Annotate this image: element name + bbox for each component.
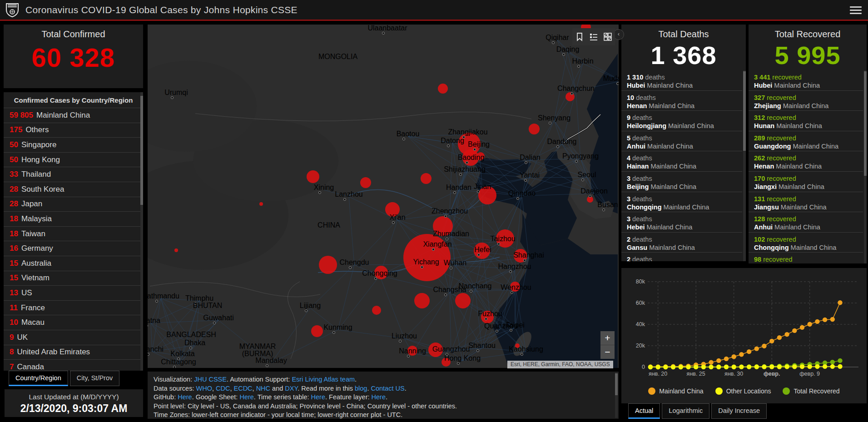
footer-link[interactable]: Here <box>372 393 386 401</box>
deaths-list-scrollbar[interactable] <box>743 70 746 261</box>
map-toolbar <box>572 28 615 45</box>
data-point <box>769 364 774 369</box>
list-item[interactable]: 312 recovered Hunan Mainland China <box>749 111 863 131</box>
map-label: Baoding <box>458 154 485 161</box>
list-item[interactable]: 170 recovered Jiangxi Mainland China <box>749 172 863 192</box>
data-point <box>747 349 751 354</box>
confirmed-row[interactable]: 50 Hong Kong <box>4 152 143 167</box>
map-label: Chittagong <box>161 358 196 366</box>
footer-link[interactable]: blog <box>355 385 367 392</box>
list-item[interactable]: 3 441 recovered Hubei Mainland China <box>749 70 863 91</box>
data-point <box>671 365 675 369</box>
list-item[interactable]: 9 deaths Heilongjiang Mainland China <box>621 111 742 131</box>
map-label: Shijiazhuang <box>444 165 486 173</box>
legend-item[interactable]: Other Locations <box>715 387 771 395</box>
footer-link[interactable]: NHC <box>256 385 270 392</box>
map-zoom-out-button[interactable]: − <box>600 345 615 359</box>
bookmark-icon[interactable] <box>574 31 585 42</box>
confirmed-row[interactable]: 10 Macau <box>4 315 143 330</box>
confirmed-row[interactable]: 28 South Korea <box>4 182 143 197</box>
confirmed-row[interactable]: 15 Australia <box>4 256 143 271</box>
map[interactable]: UlaanbaatarMONGOLIAUrumqiQiqiharDaqingHa… <box>148 25 619 368</box>
legend-icon[interactable] <box>588 31 599 42</box>
legend-item[interactable]: Total Recovered <box>783 387 839 395</box>
list-item[interactable]: 3 deaths Chongqing Mainland China <box>621 192 742 213</box>
svg-text:янв. 25: янв. 25 <box>687 371 705 377</box>
chart-tab-logarithmic[interactable]: Logarithmic <box>662 403 709 419</box>
list-item[interactable]: 5 deaths Anhui Mainland China <box>621 131 742 152</box>
list-item[interactable]: 128 recovered Anhui Mainland China <box>749 212 863 233</box>
confirmed-row[interactable]: 15 Vietnam <box>4 271 143 286</box>
data-point <box>792 328 797 333</box>
data-point <box>830 317 835 322</box>
chart-tab-actual[interactable]: Actual <box>628 403 660 419</box>
case-bubble <box>414 293 430 308</box>
confirmed-row[interactable]: 175 Others <box>4 123 143 138</box>
list-item[interactable]: 2 deaths <box>621 253 742 261</box>
footer-link[interactable]: WHO <box>196 385 212 392</box>
list-item[interactable]: 10 deaths Henan Mainland China <box>621 91 742 111</box>
data-point <box>815 319 819 324</box>
footer-link[interactable]: DXY <box>285 385 298 392</box>
map-zoom-in-button[interactable]: + <box>600 331 615 345</box>
legend-item[interactable]: Mainland China <box>648 387 703 395</box>
map-label: Taipei <box>506 321 525 329</box>
list-item[interactable]: 4 deaths Hainan Mainland China <box>621 151 742 172</box>
confirmed-row[interactable]: 50 Singapore <box>4 137 143 152</box>
list-item[interactable]: 98 recovered <box>749 253 863 263</box>
confirmed-row[interactable]: 8 United Arab Emirates <box>4 345 143 360</box>
footer-link[interactable]: Here <box>178 393 192 401</box>
list-item[interactable]: 262 recovered Henan Mainland China <box>749 151 863 172</box>
confirmed-row[interactable]: 9 UK <box>4 330 143 345</box>
list-item[interactable]: 289 recovered Guangdong Mainland China <box>749 131 863 152</box>
footer-link[interactable]: Esri Living Atlas team <box>292 376 355 383</box>
map-label: Xiangfan <box>423 240 451 248</box>
confirmed-row[interactable]: 16 Germany <box>4 241 143 256</box>
case-bubble <box>311 325 323 337</box>
list-item[interactable]: 2 deaths Gansu Mainland China <box>621 233 742 253</box>
confirmed-list: 59 805 Mainland China 175 Others 50 Sing… <box>4 108 143 371</box>
footer-scrollbar[interactable] <box>615 372 618 418</box>
list-item[interactable]: 3 deaths Hebei Mainland China <box>621 212 742 233</box>
footer-link[interactable]: CDC <box>216 385 230 392</box>
map-label: Qingdao <box>508 189 536 197</box>
footer-link[interactable]: Here <box>311 393 325 401</box>
hamburger-menu-icon[interactable] <box>850 5 862 15</box>
region-tabs: Country/RegionCity, St/Prov <box>9 371 119 386</box>
confirmed-row[interactable]: 7 Canada <box>4 359 143 371</box>
map-label: Xining <box>314 184 334 191</box>
total-recovered-panel: Total Recovered 5 995 3 441 recovered Hu… <box>749 25 867 263</box>
list-item[interactable]: 102 recovered Chongqing Mainland China <box>749 233 863 253</box>
map-label: CHINA <box>317 221 340 229</box>
map-label: Pyongyang <box>562 152 599 160</box>
last-updated-value: 2/13/2020, 9:03:07 AM <box>5 402 143 415</box>
header: Coronavirus COVID-19 Global Cases by Joh… <box>0 0 868 21</box>
confirmed-row[interactable]: 33 Thailand <box>4 167 143 182</box>
confirmed-list-scrollbar[interactable] <box>140 92 143 371</box>
case-bubble <box>319 256 337 274</box>
confirmed-row[interactable]: 59 805 Mainland China <box>4 108 143 123</box>
confirmed-row[interactable]: 18 Malaysia <box>4 211 143 226</box>
data-point <box>701 365 706 369</box>
footer-link[interactable]: JHU CSSE <box>194 376 227 383</box>
footer-link[interactable]: Contact US <box>371 385 404 392</box>
data-point <box>754 364 759 369</box>
recovered-list-scrollbar[interactable] <box>864 70 867 263</box>
map-label: BANGLADESH <box>166 331 216 338</box>
map-label: Guangzhou <box>432 345 470 353</box>
confirmed-row[interactable]: 11 France <box>4 300 143 315</box>
map-label: Hangzhou <box>498 263 531 270</box>
footer-link[interactable]: ECDC <box>233 385 252 392</box>
confirmed-row[interactable]: 28 Japan <box>4 197 143 212</box>
list-item[interactable]: 1 310 deaths Hubei Mainland China <box>621 70 742 91</box>
confirmed-row[interactable]: 13 US <box>4 285 143 300</box>
basemap-icon[interactable] <box>602 31 613 42</box>
list-item[interactable]: 327 recovered Zhejiang Mainland China <box>749 91 863 111</box>
chart-tab-daily-increase[interactable]: Daily Increase <box>711 403 767 419</box>
list-item[interactable]: 131 recovered Jiangsu Mainland China <box>749 192 863 213</box>
tab-city-st-prov[interactable]: City, St/Prov <box>70 371 120 386</box>
list-item[interactable]: 3 deaths Beijing Mainland China <box>621 172 742 192</box>
footer-link[interactable]: Here <box>239 393 253 401</box>
tab-country-region[interactable]: Country/Region <box>9 371 68 386</box>
confirmed-row[interactable]: 18 Taiwan <box>4 226 143 241</box>
